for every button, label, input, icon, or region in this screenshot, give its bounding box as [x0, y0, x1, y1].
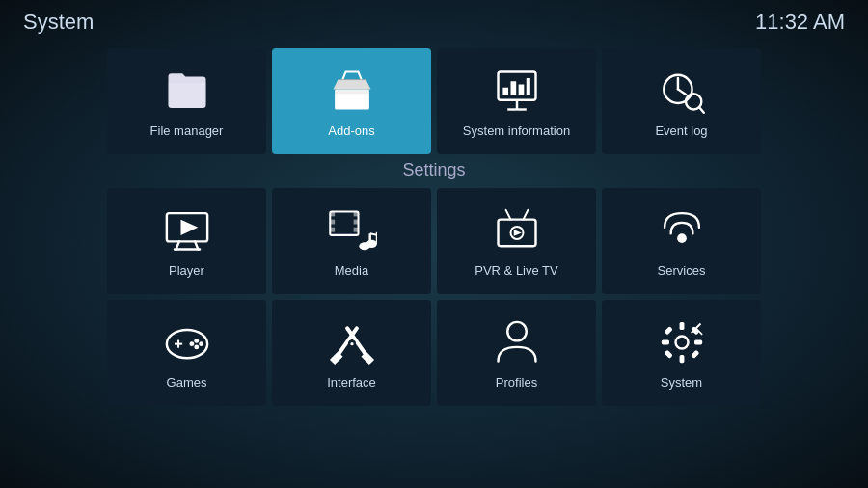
svg-point-31 [366, 239, 376, 247]
media-label: Media [335, 263, 368, 278]
tile-games[interactable]: Games [107, 300, 266, 406]
tile-system-information[interactable]: System information [437, 48, 596, 154]
folder-icon [162, 66, 212, 116]
media-icon [327, 205, 377, 256]
svg-rect-22 [330, 211, 335, 216]
svg-rect-23 [330, 219, 335, 224]
tile-interface[interactable]: Interface [272, 300, 431, 406]
svg-line-49 [366, 356, 368, 359]
svg-line-35 [523, 209, 528, 219]
svg-marker-37 [513, 230, 521, 236]
system-icon [657, 317, 707, 367]
svg-point-44 [194, 344, 199, 349]
svg-point-52 [507, 321, 527, 340]
top-row: File manager Add-ons [107, 48, 761, 154]
addons-icon [327, 66, 377, 116]
tile-media[interactable]: Media [272, 188, 431, 294]
games-label: Games [167, 375, 207, 390]
clock: 11:32 AM [755, 10, 845, 35]
services-icon [657, 205, 707, 256]
svg-point-43 [199, 341, 203, 346]
settings-label: Settings [402, 160, 465, 180]
svg-point-53 [675, 336, 688, 348]
interface-icon [327, 317, 377, 367]
svg-point-42 [194, 338, 199, 342]
main-content: File manager Add-ons [0, 48, 868, 488]
tile-services[interactable]: Services [602, 188, 761, 294]
svg-rect-58 [664, 326, 672, 335]
interface-label: Interface [327, 375, 376, 390]
services-label: Services [658, 263, 706, 278]
svg-line-15 [688, 98, 698, 105]
svg-rect-24 [330, 227, 335, 231]
pvr-icon [492, 205, 542, 256]
svg-point-38 [677, 233, 687, 243]
svg-rect-25 [353, 211, 358, 216]
tile-profiles[interactable]: Profiles [437, 300, 596, 406]
tile-event-log[interactable]: Event log [602, 48, 761, 154]
svg-rect-57 [694, 339, 702, 344]
svg-line-34 [505, 209, 510, 219]
tile-pvr-live-tv[interactable]: PVR & Live TV [437, 188, 596, 294]
svg-rect-56 [661, 339, 668, 344]
profiles-label: Profiles [496, 375, 537, 390]
svg-line-47 [335, 356, 338, 359]
system-settings-label: System [661, 375, 702, 390]
svg-rect-7 [510, 81, 516, 95]
svg-rect-6 [502, 87, 508, 95]
pvr-live-tv-label: PVR & Live TV [475, 263, 557, 278]
svg-rect-61 [691, 349, 699, 358]
top-bar: System 11:32 AM [0, 0, 868, 44]
tile-add-ons[interactable]: Add-ons [272, 48, 431, 154]
svg-point-51 [350, 342, 353, 345]
tile-system[interactable]: System [602, 300, 761, 406]
system-info-icon [492, 66, 542, 116]
player-icon [162, 205, 212, 256]
add-ons-label: Add-ons [328, 123, 374, 138]
svg-rect-9 [526, 78, 529, 95]
svg-line-14 [698, 107, 703, 113]
player-label: Player [169, 263, 204, 278]
svg-line-12 [677, 89, 685, 95]
svg-point-45 [189, 341, 194, 346]
page-title: System [23, 10, 94, 35]
svg-rect-54 [679, 321, 684, 329]
svg-rect-8 [518, 84, 524, 95]
tile-player[interactable]: Player [107, 188, 266, 294]
settings-row-2: Games Interface Profiles [107, 300, 761, 406]
event-log-icon [657, 66, 707, 116]
event-log-label: Event log [655, 123, 707, 138]
svg-rect-55 [679, 355, 684, 363]
settings-row-1: Player Media [107, 188, 761, 294]
games-icon [162, 317, 212, 367]
profiles-icon [492, 317, 542, 367]
file-manager-label: File manager [150, 123, 224, 138]
svg-rect-26 [353, 219, 358, 224]
svg-rect-27 [353, 227, 358, 231]
svg-rect-60 [664, 349, 672, 358]
system-information-label: System information [463, 123, 570, 138]
svg-rect-2 [335, 89, 369, 94]
svg-marker-20 [180, 219, 198, 234]
tile-file-manager[interactable]: File manager [107, 48, 266, 154]
